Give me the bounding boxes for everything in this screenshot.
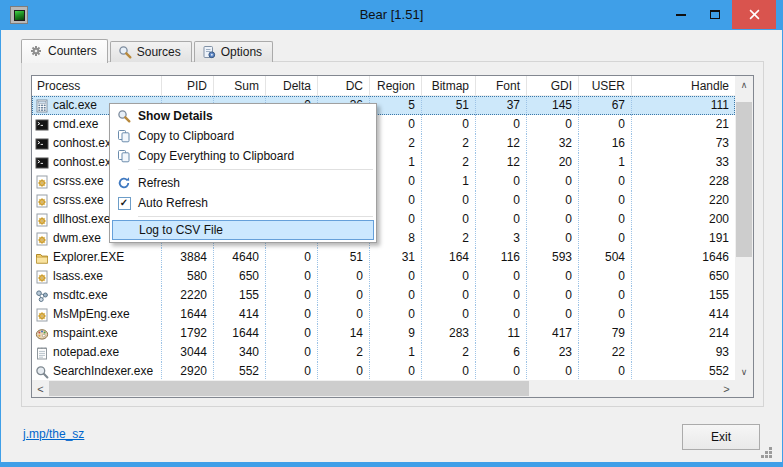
menu-separator: [138, 216, 373, 217]
cell-user: 0: [579, 115, 632, 134]
cell-dc: 0: [318, 286, 370, 305]
column-header-region[interactable]: Region: [370, 76, 422, 96]
cell-handle: 155: [632, 286, 735, 305]
table-row[interactable]: msdtc.exe 2220155 00 00 00 0155: [32, 286, 735, 305]
cell-gdi: 0: [527, 362, 579, 380]
cell-gdi: 20: [527, 153, 579, 172]
process-name: Explorer.EXE: [53, 248, 124, 267]
process-name: conhost.exe: [53, 153, 118, 172]
copy-icon: [110, 129, 138, 143]
vertical-scrollbar[interactable]: ∧ ∨: [735, 76, 753, 380]
cell-delta: 0: [266, 362, 318, 380]
column-header-delta[interactable]: Delta: [266, 76, 318, 96]
column-header-sum[interactable]: Sum: [214, 76, 266, 96]
tab-counters[interactable]: Counters: [21, 39, 108, 63]
menu-item-copy-to-clipboard[interactable]: Copy to Clipboard: [110, 126, 376, 146]
cell-gdi: 23: [527, 343, 579, 362]
menu-item-show-details[interactable]: Show Details: [110, 106, 376, 126]
menu-item-refresh[interactable]: Refresh: [110, 173, 376, 193]
scroll-up-icon[interactable]: ∧: [735, 76, 753, 93]
cell-region: 0: [370, 267, 422, 286]
vertical-scroll-thumb[interactable]: [736, 102, 752, 257]
scroll-down-icon[interactable]: ∨: [735, 363, 753, 380]
column-header-handle[interactable]: Handle: [632, 76, 735, 96]
titlebar[interactable]: Bear [1.51]: [1, 0, 782, 30]
column-header-pid[interactable]: PID: [162, 76, 214, 96]
cell-handle: 220: [632, 191, 735, 210]
scroll-right-icon[interactable]: >: [718, 380, 735, 397]
cell-handle: 214: [632, 324, 735, 343]
cell-pid: 3044: [162, 343, 214, 362]
menu-item-label: Log to CSV File: [139, 223, 223, 237]
cell-bitmap: 0: [422, 115, 476, 134]
table-row[interactable]: lsass.exe 580650 00 00 00 0650: [32, 267, 735, 286]
process-name: csrss.exe: [53, 191, 104, 210]
cell-region: 9: [370, 324, 422, 343]
cell-font: 0: [476, 210, 527, 229]
cell-bitmap: 2: [422, 134, 476, 153]
cell-dc: 51: [318, 248, 370, 267]
close-icon: [749, 9, 760, 20]
cell-gdi: 593: [527, 248, 579, 267]
table-row[interactable]: Explorer.EXE 38844640 051 31164 116593 5…: [32, 248, 735, 267]
dll-icon: [35, 175, 49, 189]
cell-region: 8: [370, 229, 422, 248]
cell-sum: 552: [214, 362, 266, 380]
cell-pid: 2220: [162, 286, 214, 305]
close-button[interactable]: [732, 0, 776, 29]
cell-handle: 1646: [632, 248, 735, 267]
cell-dc: 0: [318, 305, 370, 324]
cell-region: 5: [370, 96, 422, 115]
table-row[interactable]: mspaint.exe 17921644 014 9283 11417 7921…: [32, 324, 735, 343]
column-header-user[interactable]: USER: [579, 76, 632, 96]
cell-handle: 21: [632, 115, 735, 134]
cell-delta: 0: [266, 267, 318, 286]
table-row[interactable]: SearchIndexer.exe 2920552 00 00 00 0552: [32, 362, 735, 380]
dll-icon: [35, 270, 49, 284]
cell-sum: 340: [214, 343, 266, 362]
column-header-font[interactable]: Font: [476, 76, 527, 96]
horizontal-scroll-thumb[interactable]: [49, 381, 529, 396]
tab-strip: Counters Sources Options: [21, 38, 275, 62]
table-row[interactable]: MsMpEng.exe 1644414 00 00 00 0414: [32, 305, 735, 324]
menu-item-auto-refresh[interactable]: ✓Auto Refresh: [110, 193, 376, 213]
cell-bitmap: 2: [422, 153, 476, 172]
cell-gdi: 145: [527, 96, 579, 115]
column-header-gdi[interactable]: GDI: [527, 76, 579, 96]
process-name: MsMpEng.exe: [53, 305, 130, 324]
cell-user: 16: [579, 134, 632, 153]
resize-grip-icon[interactable]: [760, 446, 773, 459]
cell-gdi: 0: [527, 229, 579, 248]
cell-font: 3: [476, 229, 527, 248]
menu-item-log-to-csv-file[interactable]: Log to CSV File: [112, 220, 374, 240]
cell-sum: 650: [214, 267, 266, 286]
cell-region: 0: [370, 286, 422, 305]
table-row[interactable]: notepad.exe 3044340 02 12 623 2293: [32, 343, 735, 362]
cell-pid: 1792: [162, 324, 214, 343]
menu-item-label: Auto Refresh: [138, 196, 208, 210]
menu-item-copy-everything-to-clipboard[interactable]: Copy Everything to Clipboard: [110, 146, 376, 166]
process-name: calc.exe: [53, 96, 97, 115]
horizontal-scrollbar[interactable]: < >: [32, 380, 735, 397]
minimize-button[interactable]: [664, 0, 698, 29]
column-header-bitmap[interactable]: Bitmap: [422, 76, 476, 96]
column-header-dc[interactable]: DC: [318, 76, 370, 96]
cell-pid: 3884: [162, 248, 214, 267]
tab-options[interactable]: Options: [194, 41, 273, 62]
scroll-left-icon[interactable]: <: [32, 380, 49, 397]
exit-button[interactable]: Exit: [682, 424, 760, 450]
cell-font: 0: [476, 191, 527, 210]
tab-sources[interactable]: Sources: [110, 41, 192, 62]
network-icon: [35, 289, 49, 303]
process-name: lsass.exe: [53, 267, 103, 286]
column-header-process[interactable]: Process: [32, 76, 162, 96]
magnifier-icon: [118, 45, 132, 59]
checkbox-checked-icon: ✓: [110, 197, 138, 210]
process-name: conhost.exe: [53, 134, 118, 153]
cell-font: 12: [476, 134, 527, 153]
cell-user: 0: [579, 229, 632, 248]
scrollbar-corner: [735, 380, 753, 397]
website-link[interactable]: j.mp/the_sz: [23, 427, 84, 441]
console-icon: [35, 137, 49, 151]
maximize-button[interactable]: [698, 0, 732, 29]
